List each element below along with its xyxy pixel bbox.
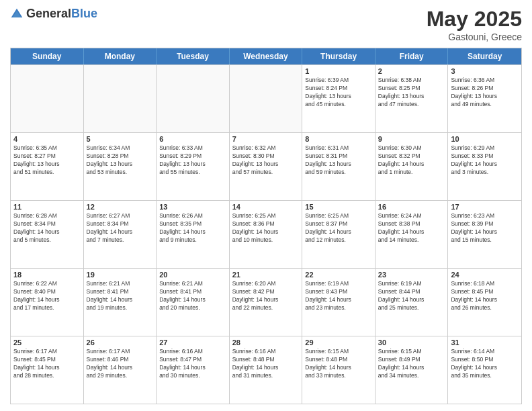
week-row-2: 11Sunrise: 6:28 AM Sunset: 8:34 PM Dayli… xyxy=(11,200,521,268)
day-number-16: 16 xyxy=(378,203,445,211)
page: GeneralBlue May 2025 Gastouni, Greece Su… xyxy=(0,0,532,411)
header: GeneralBlue May 2025 Gastouni, Greece xyxy=(10,7,522,42)
day-info-17: Sunrise: 6:23 AM Sunset: 8:39 PM Dayligh… xyxy=(451,212,519,244)
day-cell-19: 19Sunrise: 6:21 AM Sunset: 8:41 PM Dayli… xyxy=(84,269,157,336)
title-month: May 2025 xyxy=(427,7,522,32)
day-info-27: Sunrise: 6:16 AM Sunset: 8:47 PM Dayligh… xyxy=(159,348,226,380)
day-number-3: 3 xyxy=(451,67,519,75)
header-tuesday: Tuesday xyxy=(157,48,230,64)
day-number-10: 10 xyxy=(451,135,519,143)
day-info-14: Sunrise: 6:25 AM Sunset: 8:36 PM Dayligh… xyxy=(232,212,300,244)
day-info-25: Sunrise: 6:17 AM Sunset: 8:45 PM Dayligh… xyxy=(13,348,81,380)
day-cell-7: 7Sunrise: 6:32 AM Sunset: 8:30 PM Daylig… xyxy=(230,133,303,200)
header-monday: Monday xyxy=(84,48,157,64)
calendar: Sunday Monday Tuesday Wednesday Thursday… xyxy=(10,48,522,404)
day-cell-28: 28Sunrise: 6:16 AM Sunset: 8:48 PM Dayli… xyxy=(230,336,303,404)
day-info-22: Sunrise: 6:19 AM Sunset: 8:43 PM Dayligh… xyxy=(305,280,372,312)
day-cell-4: 4Sunrise: 6:35 AM Sunset: 8:27 PM Daylig… xyxy=(11,133,84,200)
week-row-3: 18Sunrise: 6:22 AM Sunset: 8:40 PM Dayli… xyxy=(11,268,521,336)
title-location: Gastouni, Greece xyxy=(427,32,522,42)
day-info-9: Sunrise: 6:30 AM Sunset: 8:32 PM Dayligh… xyxy=(378,144,445,177)
day-info-20: Sunrise: 6:21 AM Sunset: 8:41 PM Dayligh… xyxy=(159,280,226,312)
day-number-9: 9 xyxy=(378,135,445,143)
empty-cell-0-1 xyxy=(84,65,157,132)
day-number-11: 11 xyxy=(13,203,81,211)
day-cell-15: 15Sunrise: 6:25 AM Sunset: 8:37 PM Dayli… xyxy=(302,201,375,268)
day-number-26: 26 xyxy=(87,338,154,347)
header-sunday: Sunday xyxy=(11,48,84,64)
day-info-6: Sunrise: 6:33 AM Sunset: 8:29 PM Dayligh… xyxy=(159,144,226,177)
day-cell-20: 20Sunrise: 6:21 AM Sunset: 8:41 PM Dayli… xyxy=(157,269,230,336)
day-cell-14: 14Sunrise: 6:25 AM Sunset: 8:36 PM Dayli… xyxy=(230,201,303,268)
day-info-8: Sunrise: 6:31 AM Sunset: 8:31 PM Dayligh… xyxy=(305,144,372,177)
day-info-2: Sunrise: 6:38 AM Sunset: 8:25 PM Dayligh… xyxy=(378,77,445,109)
day-number-24: 24 xyxy=(451,271,519,279)
title-block: May 2025 Gastouni, Greece xyxy=(427,7,522,42)
day-info-21: Sunrise: 6:20 AM Sunset: 8:42 PM Dayligh… xyxy=(232,280,300,312)
day-cell-9: 9Sunrise: 6:30 AM Sunset: 8:32 PM Daylig… xyxy=(375,133,449,200)
day-number-12: 12 xyxy=(87,203,154,211)
day-cell-31: 31Sunrise: 6:14 AM Sunset: 8:50 PM Dayli… xyxy=(448,336,521,404)
day-info-13: Sunrise: 6:26 AM Sunset: 8:35 PM Dayligh… xyxy=(159,212,226,244)
day-cell-17: 17Sunrise: 6:23 AM Sunset: 8:39 PM Dayli… xyxy=(448,201,521,268)
day-number-5: 5 xyxy=(87,135,154,143)
day-number-30: 30 xyxy=(378,338,445,347)
day-info-23: Sunrise: 6:19 AM Sunset: 8:44 PM Dayligh… xyxy=(378,280,445,312)
day-info-31: Sunrise: 6:14 AM Sunset: 8:50 PM Dayligh… xyxy=(451,348,519,380)
day-cell-22: 22Sunrise: 6:19 AM Sunset: 8:43 PM Dayli… xyxy=(302,269,375,336)
day-info-7: Sunrise: 6:32 AM Sunset: 8:30 PM Dayligh… xyxy=(232,144,300,177)
day-info-5: Sunrise: 6:34 AM Sunset: 8:28 PM Dayligh… xyxy=(87,144,154,177)
day-number-8: 8 xyxy=(305,135,372,143)
day-number-15: 15 xyxy=(305,203,372,211)
day-info-4: Sunrise: 6:35 AM Sunset: 8:27 PM Dayligh… xyxy=(13,144,81,177)
day-number-28: 28 xyxy=(232,338,300,347)
day-info-11: Sunrise: 6:28 AM Sunset: 8:34 PM Dayligh… xyxy=(13,212,81,244)
day-info-3: Sunrise: 6:36 AM Sunset: 8:26 PM Dayligh… xyxy=(451,77,519,109)
day-number-29: 29 xyxy=(305,338,372,347)
logo-general: General xyxy=(26,7,71,20)
day-cell-10: 10Sunrise: 6:29 AM Sunset: 8:33 PM Dayli… xyxy=(448,133,521,200)
day-info-29: Sunrise: 6:15 AM Sunset: 8:48 PM Dayligh… xyxy=(305,348,372,380)
calendar-body: 1Sunrise: 6:39 AM Sunset: 8:24 PM Daylig… xyxy=(11,64,521,404)
day-cell-21: 21Sunrise: 6:20 AM Sunset: 8:42 PM Dayli… xyxy=(230,269,303,336)
empty-cell-0-3 xyxy=(230,65,303,132)
logo-text: GeneralBlue xyxy=(26,7,97,21)
empty-cell-0-0 xyxy=(11,65,84,132)
day-info-26: Sunrise: 6:17 AM Sunset: 8:46 PM Dayligh… xyxy=(87,348,154,380)
week-row-0: 1Sunrise: 6:39 AM Sunset: 8:24 PM Daylig… xyxy=(11,64,521,132)
day-number-31: 31 xyxy=(451,338,519,347)
day-cell-18: 18Sunrise: 6:22 AM Sunset: 8:40 PM Dayli… xyxy=(11,269,84,336)
day-info-16: Sunrise: 6:24 AM Sunset: 8:38 PM Dayligh… xyxy=(378,212,445,244)
day-cell-2: 2Sunrise: 6:38 AM Sunset: 8:25 PM Daylig… xyxy=(375,65,449,132)
header-wednesday: Wednesday xyxy=(230,48,303,64)
day-info-12: Sunrise: 6:27 AM Sunset: 8:34 PM Dayligh… xyxy=(87,212,154,244)
day-cell-23: 23Sunrise: 6:19 AM Sunset: 8:44 PM Dayli… xyxy=(375,269,449,336)
day-info-28: Sunrise: 6:16 AM Sunset: 8:48 PM Dayligh… xyxy=(232,348,300,380)
logo-icon xyxy=(10,7,24,21)
day-number-4: 4 xyxy=(13,135,81,143)
day-info-18: Sunrise: 6:22 AM Sunset: 8:40 PM Dayligh… xyxy=(13,280,81,312)
day-cell-29: 29Sunrise: 6:15 AM Sunset: 8:48 PM Dayli… xyxy=(302,336,375,404)
day-cell-3: 3Sunrise: 6:36 AM Sunset: 8:26 PM Daylig… xyxy=(448,65,521,132)
day-cell-13: 13Sunrise: 6:26 AM Sunset: 8:35 PM Dayli… xyxy=(157,201,230,268)
header-saturday: Saturday xyxy=(448,48,521,64)
day-cell-26: 26Sunrise: 6:17 AM Sunset: 8:46 PM Dayli… xyxy=(84,336,157,404)
empty-cell-0-2 xyxy=(157,65,230,132)
day-number-13: 13 xyxy=(159,203,226,211)
day-cell-11: 11Sunrise: 6:28 AM Sunset: 8:34 PM Dayli… xyxy=(11,201,84,268)
logo: GeneralBlue xyxy=(10,7,97,21)
day-number-2: 2 xyxy=(378,67,445,75)
day-number-18: 18 xyxy=(13,271,81,279)
header-thursday: Thursday xyxy=(302,48,375,64)
day-info-10: Sunrise: 6:29 AM Sunset: 8:33 PM Dayligh… xyxy=(451,144,519,177)
day-cell-16: 16Sunrise: 6:24 AM Sunset: 8:38 PM Dayli… xyxy=(375,201,449,268)
day-number-19: 19 xyxy=(87,271,154,279)
day-cell-25: 25Sunrise: 6:17 AM Sunset: 8:45 PM Dayli… xyxy=(11,336,84,404)
day-info-30: Sunrise: 6:15 AM Sunset: 8:49 PM Dayligh… xyxy=(378,348,445,380)
day-number-6: 6 xyxy=(159,135,226,143)
day-number-25: 25 xyxy=(13,338,81,347)
day-info-19: Sunrise: 6:21 AM Sunset: 8:41 PM Dayligh… xyxy=(87,280,154,312)
day-number-14: 14 xyxy=(232,203,300,211)
day-cell-30: 30Sunrise: 6:15 AM Sunset: 8:49 PM Dayli… xyxy=(375,336,449,404)
day-number-21: 21 xyxy=(232,271,300,279)
